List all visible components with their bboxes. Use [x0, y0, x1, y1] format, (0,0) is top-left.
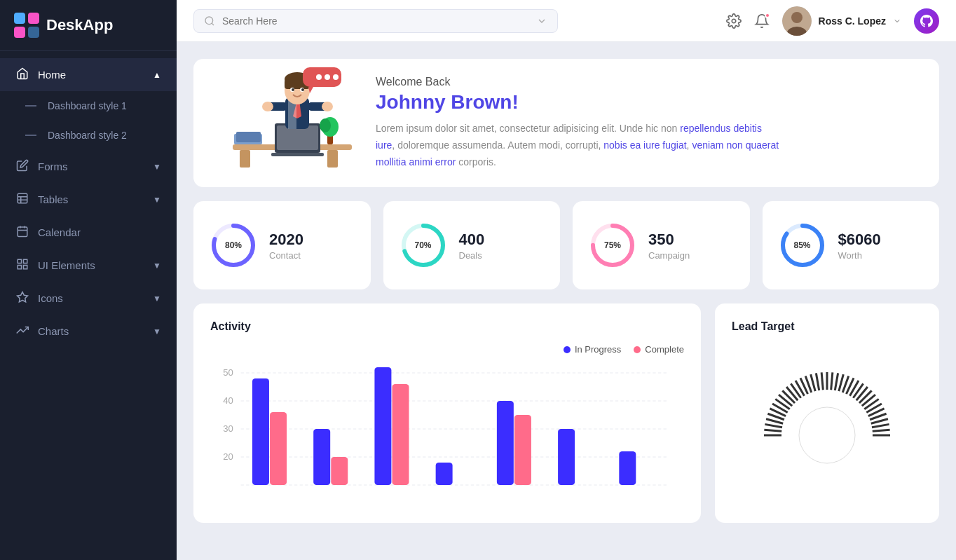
chart-legend: In Progress Complete — [210, 344, 684, 355]
svg-rect-8 — [18, 227, 27, 237]
tables-icon — [15, 192, 29, 207]
header: Ross C. Lopez — [177, 0, 956, 42]
donut-deals: 70% — [399, 221, 448, 270]
stat-label-worth: Worth — [838, 250, 881, 261]
sidebar: DeskApp Home ▲ Dashboard style 1 Dashboa… — [0, 0, 177, 560]
lead-target-title: Lead Target — [732, 320, 922, 333]
welcome-name: Johnny Brown! — [376, 91, 914, 114]
logo-icon — [14, 13, 39, 38]
svg-point-19 — [732, 19, 736, 23]
radial-tick — [821, 373, 823, 390]
search-icon — [204, 15, 215, 27]
stat-cards: 80% 2020 Contact 70% 400 Deals 75% 350 — [193, 201, 939, 289]
highlight-text3: veniam non quaerat mollitia animi error — [376, 139, 779, 168]
svg-rect-79 — [558, 429, 575, 485]
welcome-greeting: Welcome Back — [376, 76, 914, 88]
radial-tick — [764, 430, 781, 432]
sidebar-item-charts[interactable]: Charts ▼ — [0, 315, 177, 348]
stat-info-worth: $6060 Worth — [838, 231, 881, 261]
activity-card: Activity In Progress Complete — [193, 303, 701, 523]
svg-point-43 — [301, 88, 304, 91]
sidebar-item-home[interactable]: Home ▲ — [0, 58, 177, 91]
stat-info-contact: 2020 Contact — [269, 231, 303, 261]
dashboard2-label: Dashboard style 2 — [48, 130, 127, 141]
svg-rect-24 — [240, 150, 250, 168]
github-button[interactable] — [914, 8, 939, 34]
person-illustration — [219, 64, 359, 169]
svg-point-21 — [791, 12, 803, 23]
svg-rect-30 — [271, 153, 324, 156]
sidebar-item-icons[interactable]: Icons ▼ — [0, 282, 177, 315]
sidebar-item-dashboard2[interactable]: Dashboard style 2 — [0, 121, 177, 150]
radial-tick — [782, 391, 795, 404]
svg-rect-70 — [252, 378, 269, 485]
svg-point-50 — [325, 74, 330, 80]
radial-tick — [765, 425, 782, 428]
sidebar-nav: Home ▲ Dashboard style 1 Dashboard style… — [0, 51, 177, 560]
svg-rect-1 — [28, 13, 39, 24]
donut-contact: 80% — [209, 221, 258, 270]
legend-in-progress: In Progress — [564, 344, 621, 355]
search-down-icon — [536, 15, 547, 27]
svg-rect-78 — [514, 415, 531, 485]
sidebar-item-ui-elements[interactable]: UI Elements ▼ — [0, 249, 177, 282]
radial-chart-svg — [750, 344, 904, 470]
donut-label-campaign: 75% — [604, 240, 621, 250]
stat-card-campaign: 75% 350 Campaign — [573, 201, 750, 289]
charts-label: Charts — [38, 325, 69, 337]
github-icon — [920, 15, 933, 27]
radial-tick — [862, 395, 875, 407]
radial-tick — [873, 430, 890, 432]
svg-text:20: 20 — [223, 453, 233, 462]
stat-label-deals: Deals — [459, 250, 485, 261]
radial-tick — [839, 374, 843, 391]
search-bar[interactable] — [193, 9, 558, 33]
radial-center-circle — [799, 407, 855, 463]
stat-value-contact: 2020 — [269, 231, 303, 249]
in-progress-dot — [564, 346, 571, 353]
sidebar-item-dashboard1[interactable]: Dashboard style 1 — [0, 91, 177, 121]
radial-tick — [766, 419, 783, 423]
user-avatar — [782, 6, 812, 36]
donut-label-contact: 80% — [225, 240, 242, 250]
stat-label-campaign: Campaign — [648, 250, 690, 261]
svg-text:30: 30 — [223, 425, 233, 434]
user-profile[interactable]: Ross C. Lopez — [782, 6, 901, 36]
search-input[interactable] — [222, 15, 529, 27]
stat-label-contact: Contact — [269, 250, 303, 261]
radial-tick — [872, 425, 889, 428]
dash-line-icon — [25, 135, 36, 136]
settings-button[interactable] — [726, 13, 742, 29]
charts-icon — [15, 324, 29, 339]
sidebar-item-tables[interactable]: Tables ▼ — [0, 183, 177, 216]
svg-rect-80 — [619, 451, 636, 485]
tables-label: Tables — [38, 193, 68, 205]
main-area: Ross C. Lopez — [177, 0, 956, 560]
sidebar-item-forms[interactable]: Forms ▼ — [0, 150, 177, 183]
radial-tick — [786, 387, 798, 400]
icons-arrow: ▼ — [153, 294, 161, 303]
svg-text:40: 40 — [223, 397, 233, 406]
notifications-button[interactable] — [754, 13, 770, 29]
svg-text:50: 50 — [223, 369, 233, 378]
stat-value-deals: 400 — [459, 231, 485, 249]
in-progress-label: In Progress — [575, 344, 621, 355]
tables-arrow: ▼ — [153, 195, 161, 205]
sidebar-item-calendar[interactable]: Calendar — [0, 216, 177, 249]
svg-rect-75 — [392, 384, 409, 485]
radial-tick — [811, 374, 815, 391]
user-name: Ross C. Lopez — [819, 15, 886, 27]
dash-line-icon — [25, 105, 36, 107]
stat-card-contact: 80% 2020 Contact — [193, 201, 371, 289]
lead-target-chart — [732, 344, 922, 470]
chevron-down-icon — [893, 17, 901, 25]
svg-point-47 — [322, 102, 333, 111]
charts-arrow: ▼ — [153, 327, 161, 336]
ui-elements-icon — [15, 258, 29, 273]
svg-marker-16 — [18, 292, 28, 302]
home-icon — [15, 67, 29, 82]
svg-rect-13 — [24, 259, 27, 263]
highlight-text2: nobis ea iure fugiat — [603, 139, 686, 151]
forms-label: Forms — [38, 161, 68, 172]
svg-rect-0 — [14, 13, 25, 24]
